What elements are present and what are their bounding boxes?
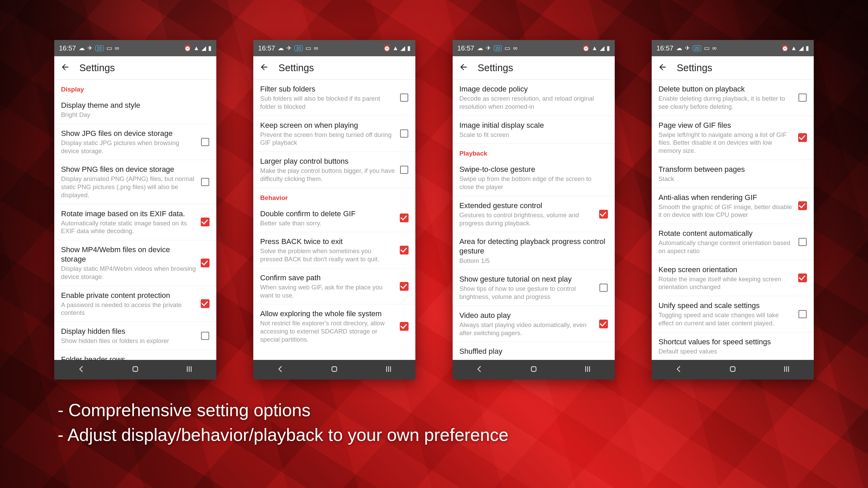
arrow-left-icon <box>259 62 269 72</box>
checkbox-checked[interactable] <box>400 214 409 222</box>
checkbox-checked[interactable] <box>400 246 409 255</box>
nav-back[interactable] <box>276 364 285 375</box>
back-button[interactable] <box>658 62 667 73</box>
row-title: Area for detecting playback progress con… <box>459 237 608 256</box>
settings-row[interactable]: Folder header rows <box>54 350 216 360</box>
checkbox-unchecked[interactable] <box>400 165 409 174</box>
checkbox-unchecked[interactable] <box>400 129 409 138</box>
nav-home[interactable] <box>330 364 339 375</box>
image-icon: ▭ <box>704 45 710 51</box>
settings-row[interactable]: Confirm save path When saving web GIF, a… <box>253 268 415 305</box>
row-title: Show PNG files on device storage <box>61 165 196 174</box>
settings-row[interactable]: Display hidden files Show hidden files o… <box>54 322 216 350</box>
settings-row[interactable]: Show PNG files on device storage Display… <box>54 160 216 204</box>
row-subtitle: Gestures to control brightness, volume a… <box>459 211 594 227</box>
checkbox-checked[interactable] <box>201 218 210 226</box>
checkbox-unchecked[interactable] <box>599 283 608 292</box>
settings-row[interactable]: Shuffled play <box>453 342 615 360</box>
nav-home[interactable] <box>131 364 140 375</box>
checkbox-unchecked[interactable] <box>798 238 807 246</box>
settings-row[interactable]: Keep screen on when playing Prevent the … <box>253 116 415 152</box>
settings-row[interactable]: Rotate image based on its EXIF data. Aut… <box>54 204 216 241</box>
settings-row[interactable]: Delete button on playback Enable deletin… <box>652 80 814 116</box>
back-button[interactable] <box>459 62 468 73</box>
checkbox-outline-icon <box>599 284 608 292</box>
settings-row[interactable]: Show gesture tutorial on next play Show … <box>453 270 615 306</box>
settings-row[interactable]: Rotate content automatically Automatical… <box>652 224 814 260</box>
checkbox-unchecked[interactable] <box>201 138 210 146</box>
settings-row[interactable]: Show JPG files on device storage Display… <box>54 124 216 160</box>
checkbox-checked[interactable] <box>798 133 807 142</box>
checkbox-checked[interactable] <box>400 322 409 331</box>
checkbox-unchecked[interactable] <box>201 331 210 340</box>
row-subtitle: Better safe than sorry. <box>260 219 395 227</box>
nav-bar <box>453 360 615 380</box>
nav-back[interactable] <box>475 364 484 375</box>
checkbox-checked[interactable] <box>599 320 608 328</box>
link-icon: ∞ <box>115 45 119 51</box>
settings-row[interactable]: Double confirm to delete GIF Better safe… <box>253 204 415 232</box>
checkbox-checked[interactable] <box>599 210 608 219</box>
settings-row[interactable]: Image initial display scale Scale to fit… <box>453 116 615 144</box>
settings-row[interactable]: Show MP4/Webm files on device storage Di… <box>54 240 216 286</box>
settings-list[interactable]: Display Display theme and style Bright D… <box>54 80 216 360</box>
settings-row[interactable]: Enable private content protection A pass… <box>54 286 216 322</box>
row-subtitle: Display static MP4/Webm videos when brow… <box>61 265 196 281</box>
checkbox-checked[interactable] <box>201 259 210 267</box>
status-chip: 20 <box>693 45 701 51</box>
nav-home[interactable] <box>728 364 737 375</box>
back-button[interactable] <box>60 62 70 73</box>
settings-row[interactable]: Shortcut values for speed settings Defau… <box>652 332 814 360</box>
battery-icon: ▮ <box>806 45 809 51</box>
checkbox-outline-icon <box>400 129 408 138</box>
settings-row[interactable]: Transform between pages Stack <box>652 160 814 188</box>
settings-row[interactable]: Keep screen orientation Rotate the image… <box>652 260 814 297</box>
back-button[interactable] <box>259 62 269 73</box>
settings-list[interactable]: Filter sub folders Sub folders will also… <box>253 80 415 360</box>
settings-row[interactable]: Image decode policy Decode as screen res… <box>453 80 615 116</box>
settings-row[interactable]: Extended gesture control Gestures to con… <box>453 196 615 232</box>
checkbox-checked[interactable] <box>798 273 807 282</box>
status-time: 16:57 <box>59 44 76 52</box>
row-title: Anti-alias when rendering GIF <box>658 193 793 202</box>
nav-back[interactable] <box>674 364 684 375</box>
nav-recents[interactable] <box>782 364 791 375</box>
settings-row[interactable]: Page view of GIF files Swipe left/right … <box>652 116 814 160</box>
app-bar: Settings <box>54 56 216 80</box>
status-bar: 16:57 ☁ ✈ 20 ▭ ∞ ⏰ ▲ ◢ ▮ <box>453 40 615 56</box>
settings-row[interactable]: Press BACK twice to exit Solve the probl… <box>253 232 415 268</box>
row-subtitle: Default speed values <box>658 347 807 355</box>
settings-row[interactable]: Anti-alias when rendering GIF Smooth the… <box>652 188 814 224</box>
checkbox-unchecked[interactable] <box>798 93 807 102</box>
settings-row[interactable]: Display theme and style Bright Day <box>54 96 216 124</box>
nav-recents[interactable] <box>384 364 393 375</box>
page-title: Settings <box>278 62 314 74</box>
row-subtitle: Decode as screen resolution, and reload … <box>459 95 608 110</box>
row-title: Display theme and style <box>61 101 210 110</box>
settings-row[interactable]: Swipe-to-close gesture Swipe up from the… <box>453 160 615 196</box>
settings-list[interactable]: Delete button on playback Enable deletin… <box>652 80 814 360</box>
nav-bar <box>253 360 415 380</box>
settings-row[interactable]: Area for detecting playback progress con… <box>453 232 615 270</box>
checkbox-checked[interactable] <box>798 201 807 210</box>
settings-row[interactable]: Larger play control buttons Make the pla… <box>253 152 415 188</box>
checkbox-unchecked[interactable] <box>798 310 807 319</box>
checkbox-unchecked[interactable] <box>201 178 210 186</box>
row-subtitle: Automatically change content orientation… <box>658 239 793 255</box>
rocket-icon: ✈ <box>486 45 491 51</box>
checkbox-outline-icon <box>798 238 807 246</box>
nav-recents[interactable] <box>583 364 592 375</box>
settings-row[interactable]: Video auto play Always start playing vid… <box>453 306 615 342</box>
checkbox-outline-icon <box>201 332 209 340</box>
checkbox-unchecked[interactable] <box>400 93 409 102</box>
nav-back[interactable] <box>77 364 86 375</box>
status-chip: 20 <box>294 45 302 51</box>
settings-list[interactable]: Image decode policy Decode as screen res… <box>453 80 615 360</box>
nav-home[interactable] <box>529 364 538 375</box>
nav-recents[interactable] <box>184 364 194 375</box>
checkbox-checked[interactable] <box>201 299 210 308</box>
settings-row[interactable]: Allow exploring the whole file system No… <box>253 304 415 348</box>
settings-row[interactable]: Filter sub folders Sub folders will also… <box>253 80 415 116</box>
settings-row[interactable]: Unify speed and scale settings Toggling … <box>652 296 814 332</box>
checkbox-checked[interactable] <box>400 282 409 291</box>
